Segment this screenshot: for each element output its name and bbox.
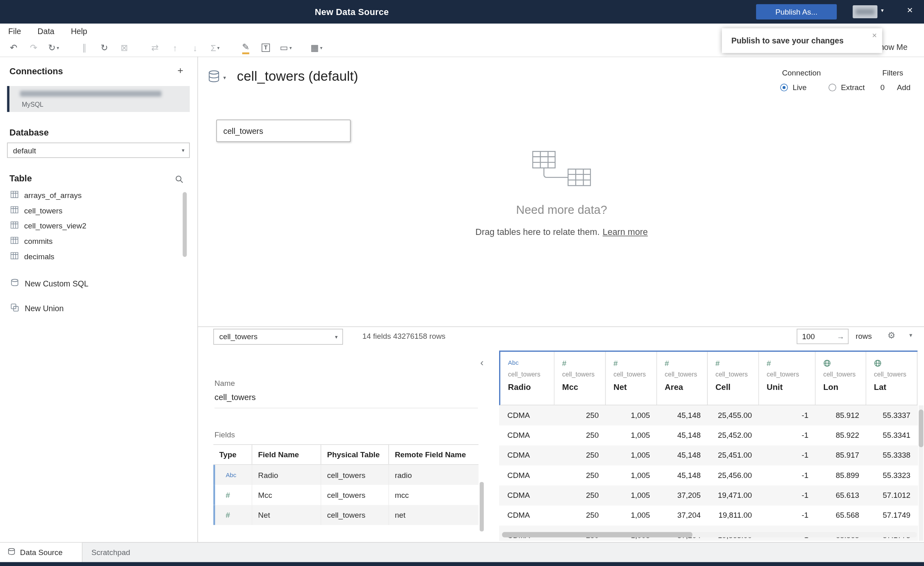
redo-icon[interactable]: ↷ [24,43,43,53]
name-value-field[interactable]: cell_towers [215,392,478,408]
grid-cell: CDMA [499,465,555,485]
table-item-decimals[interactable]: decimals [0,249,190,264]
table-selector-dropdown[interactable]: cell_towers ▾ [213,329,343,344]
column-header-cell[interactable]: # cell_towers Cell [708,352,759,405]
column-header-unit[interactable]: # cell_towers Unit [759,352,815,405]
table-item-commits[interactable]: commits [0,233,190,249]
pause-updates-icon[interactable]: ∥ [74,43,94,53]
tab-scratchpad[interactable]: Scratchpad [82,542,139,562]
column-name: Area [665,382,707,392]
table-item-arrays-of-arrays[interactable]: arrays_of_arrays [0,187,190,203]
column-header-radio[interactable]: Abc cell_towers Radio [499,352,555,405]
grid-body: CDMA2501,00545,14825,455.00-185.91255.33… [499,405,918,541]
column-header-mcc[interactable]: # cell_towers Mcc [554,352,605,405]
databar-chevron-icon[interactable]: ▾ [909,332,912,338]
sidebar-scrollbar[interactable] [183,192,187,257]
grid-cell: 1,005 [606,486,657,506]
datasource-caret-icon[interactable]: ▾ [223,75,226,81]
grid-vertical-scrollbar[interactable] [919,405,924,541]
row-limit-input[interactable]: 100 → [797,329,849,344]
table-item-label: commits [24,237,53,245]
field-row-radio[interactable]: Abc Radio cell_towers radio [213,465,478,485]
collapse-pane-icon[interactable]: ‹ [480,357,484,369]
column-header-lon[interactable]: cell_towers Lon [816,352,866,405]
account-caret-icon[interactable]: ▾ [881,8,884,14]
extract-radio[interactable] [829,84,836,91]
extract-label[interactable]: Extract [841,83,865,92]
grid-cell: CDMA [499,506,555,525]
grid-cell: -1 [759,506,815,525]
field-row-summary: 14 fields 43276158 rows [362,332,446,341]
union-icon [11,303,19,313]
search-icon[interactable] [175,175,183,185]
grid-cell: 85.912 [816,405,866,425]
add-filter-button[interactable]: Add [897,83,911,92]
cell-size-glyph: ▭ [280,43,289,53]
row-limit-value: 100 [802,332,815,341]
grid-cell: 19,471.00 [708,486,759,506]
connection-item[interactable]: MySQL [7,86,190,112]
grid-cell: 250 [554,445,605,465]
text-label-icon[interactable]: T [256,43,276,52]
number-type-icon: # [562,359,605,368]
undo-icon[interactable]: ↶ [4,43,24,53]
tab-data-source[interactable]: Data Source [0,542,82,562]
new-union-item[interactable]: New Union [0,300,190,316]
add-connection-icon[interactable]: + [175,65,185,77]
fields-table-scrollbar[interactable] [480,482,484,532]
new-custom-sql-item[interactable]: New Custom SQL [0,275,190,292]
table-node-cell-towers[interactable]: cell_towers [216,120,351,142]
sort-descending-icon[interactable]: ↓ [185,43,205,53]
grid-cell: -1 [759,486,815,506]
number-type-icon: # [665,359,707,368]
live-radio[interactable] [780,84,788,91]
grid-vertical-scrollbar-thumb[interactable] [919,409,924,447]
column-header-lat[interactable]: cell_towers Lat [866,352,918,405]
column-header-area[interactable]: # cell_towers Area [657,352,708,405]
menu-data[interactable]: Data [29,27,62,36]
gear-icon[interactable]: ⚙ [887,330,896,340]
database-select[interactable]: default ▾ [7,142,190,158]
connection-type-label: MySQL [22,101,43,108]
column-name: Cell [715,382,758,392]
account-menu[interactable] [853,5,877,18]
totals-icon[interactable]: Σ▾ [205,43,225,53]
grid-cell: 85.917 [816,445,866,465]
column-name: Unit [767,382,815,392]
publish-as-button[interactable]: Publish As... [756,4,837,19]
clear-sheet-icon[interactable]: ⊠ [114,43,134,53]
grid-cell: 45,148 [657,405,708,425]
refresh-icon[interactable]: ↻ [94,43,114,53]
datasource-db-icon[interactable] [208,70,220,86]
replay-icon[interactable]: ↻▾ [43,43,63,53]
tooltip-close-icon[interactable]: × [872,31,877,40]
highlight-icon[interactable]: ✎ [236,41,256,54]
fields-table: Type Field Name Physical Table Remote Fi… [213,444,478,525]
tab-data-source-label: Data Source [20,548,62,557]
column-header-net[interactable]: # cell_towers Net [606,352,657,405]
table-item-label: cell_towers_view2 [24,221,86,230]
cell-size-icon[interactable]: ▭▾ [276,43,296,53]
column-table-label: cell_towers [614,370,657,377]
grid-horizontal-scrollbar[interactable] [502,532,917,537]
window-close-icon[interactable]: × [904,5,916,17]
swap-rows-columns-icon[interactable]: ⇄ [145,43,165,53]
grid-cell: 25,455.00 [708,405,759,425]
live-label[interactable]: Live [793,83,807,92]
learn-more-link[interactable]: Learn more [603,227,648,237]
sort-ascending-icon[interactable]: ↑ [165,43,185,53]
menu-help[interactable]: Help [62,27,95,36]
bottom-status-strip [0,562,924,566]
menu-file[interactable]: File [0,27,29,36]
name-label: Name [215,379,235,388]
table-icon [11,221,18,230]
grid-horizontal-scrollbar-thumb[interactable] [502,532,692,537]
grid-cell: 57.1749 [866,506,918,525]
show-hide-cards-icon[interactable]: ▦▾ [306,43,326,53]
table-item-cell-towers[interactable]: cell_towers [0,203,190,218]
apply-rows-arrow-icon[interactable]: → [837,332,844,341]
field-row-net[interactable]: # Net cell_towers net [213,505,478,525]
totals-glyph: Σ [211,43,216,53]
table-item-cell-towers-view2[interactable]: cell_towers_view2 [0,218,190,233]
field-row-mcc[interactable]: # Mcc cell_towers mcc [213,485,478,505]
